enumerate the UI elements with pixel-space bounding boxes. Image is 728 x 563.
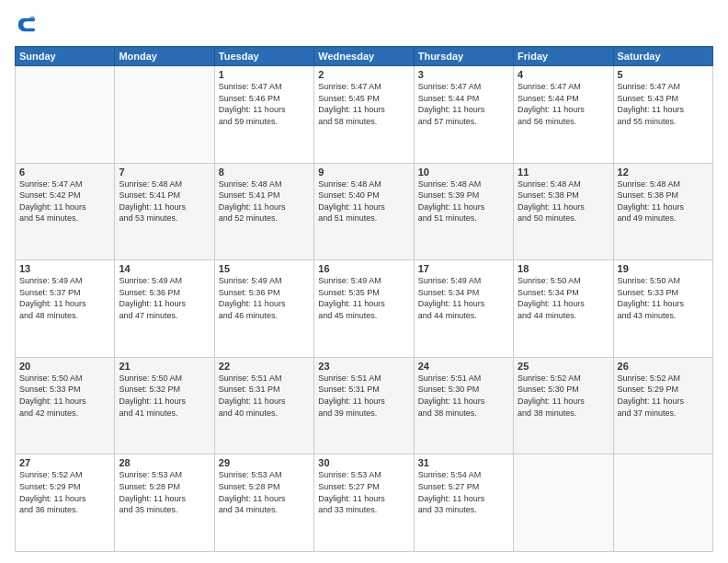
- calendar-cell: [16, 66, 115, 164]
- calendar-cell: 18Sunrise: 5:50 AM Sunset: 5:34 PM Dayli…: [514, 260, 613, 358]
- calendar-cell: 15Sunrise: 5:49 AM Sunset: 5:36 PM Dayli…: [214, 260, 313, 358]
- calendar-cell: 26Sunrise: 5:52 AM Sunset: 5:29 PM Dayli…: [613, 357, 712, 454]
- day-number: 6: [19, 167, 110, 178]
- calendar-cell: 30Sunrise: 5:53 AM Sunset: 5:27 PM Dayli…: [314, 454, 414, 552]
- day-number: 31: [418, 457, 509, 468]
- day-info: Sunrise: 5:47 AM Sunset: 5:44 PM Dayligh…: [518, 81, 609, 127]
- day-info: Sunrise: 5:51 AM Sunset: 5:31 PM Dayligh…: [318, 373, 409, 419]
- calendar-cell: 16Sunrise: 5:49 AM Sunset: 5:35 PM Dayli…: [314, 260, 414, 358]
- day-info: Sunrise: 5:48 AM Sunset: 5:41 PM Dayligh…: [219, 178, 310, 224]
- day-number: 10: [418, 167, 509, 178]
- day-info: Sunrise: 5:49 AM Sunset: 5:34 PM Dayligh…: [418, 275, 509, 321]
- calendar-cell: 19Sunrise: 5:50 AM Sunset: 5:33 PM Dayli…: [613, 260, 712, 358]
- day-number: 9: [318, 167, 409, 178]
- day-number: 7: [119, 167, 210, 178]
- calendar-cell: 25Sunrise: 5:52 AM Sunset: 5:30 PM Dayli…: [514, 357, 613, 454]
- calendar-cell: [115, 66, 214, 164]
- calendar-row-4: 27Sunrise: 5:52 AM Sunset: 5:29 PM Dayli…: [16, 454, 713, 552]
- day-number: 23: [318, 361, 409, 372]
- day-number: 19: [618, 263, 709, 274]
- day-number: 8: [219, 167, 310, 178]
- day-number: 14: [119, 263, 210, 274]
- day-number: 28: [119, 457, 210, 468]
- weekday-header-row: SundayMondayTuesdayWednesdayThursdayFrid…: [16, 47, 713, 66]
- day-info: Sunrise: 5:47 AM Sunset: 5:42 PM Dayligh…: [19, 178, 110, 224]
- day-info: Sunrise: 5:47 AM Sunset: 5:43 PM Dayligh…: [618, 81, 709, 127]
- calendar-cell: 27Sunrise: 5:52 AM Sunset: 5:29 PM Dayli…: [16, 454, 115, 552]
- weekday-header-sunday: Sunday: [16, 47, 115, 66]
- calendar-cell: 14Sunrise: 5:49 AM Sunset: 5:36 PM Dayli…: [115, 260, 214, 358]
- day-info: Sunrise: 5:47 AM Sunset: 5:44 PM Dayligh…: [418, 81, 509, 127]
- day-number: 21: [119, 361, 210, 372]
- day-number: 18: [518, 263, 609, 274]
- day-number: 11: [518, 167, 609, 178]
- day-info: Sunrise: 5:54 AM Sunset: 5:27 PM Dayligh…: [418, 469, 509, 515]
- day-number: 22: [219, 361, 310, 372]
- calendar-cell: 23Sunrise: 5:51 AM Sunset: 5:31 PM Dayli…: [314, 357, 414, 454]
- day-number: 12: [618, 167, 709, 178]
- day-info: Sunrise: 5:49 AM Sunset: 5:35 PM Dayligh…: [318, 275, 409, 321]
- logo: [15, 15, 40, 39]
- header: [15, 11, 713, 39]
- day-info: Sunrise: 5:52 AM Sunset: 5:30 PM Dayligh…: [518, 373, 609, 419]
- day-number: 20: [19, 361, 110, 372]
- calendar-table: SundayMondayTuesdayWednesdayThursdayFrid…: [15, 46, 713, 552]
- day-info: Sunrise: 5:53 AM Sunset: 5:27 PM Dayligh…: [318, 469, 409, 515]
- calendar-row-2: 13Sunrise: 5:49 AM Sunset: 5:37 PM Dayli…: [16, 260, 713, 358]
- page: SundayMondayTuesdayWednesdayThursdayFrid…: [0, 0, 728, 563]
- day-info: Sunrise: 5:47 AM Sunset: 5:46 PM Dayligh…: [219, 81, 310, 127]
- calendar-cell: 1Sunrise: 5:47 AM Sunset: 5:46 PM Daylig…: [214, 66, 313, 164]
- day-number: 3: [418, 69, 509, 80]
- day-info: Sunrise: 5:50 AM Sunset: 5:33 PM Dayligh…: [618, 275, 709, 321]
- day-number: 2: [318, 69, 409, 80]
- calendar-row-1: 6Sunrise: 5:47 AM Sunset: 5:42 PM Daylig…: [16, 163, 713, 260]
- calendar-cell: 17Sunrise: 5:49 AM Sunset: 5:34 PM Dayli…: [414, 260, 513, 358]
- weekday-header-thursday: Thursday: [414, 47, 513, 66]
- day-info: Sunrise: 5:49 AM Sunset: 5:37 PM Dayligh…: [19, 275, 110, 321]
- day-info: Sunrise: 5:50 AM Sunset: 5:34 PM Dayligh…: [518, 275, 609, 321]
- day-info: Sunrise: 5:48 AM Sunset: 5:41 PM Dayligh…: [119, 178, 210, 224]
- calendar-cell: 6Sunrise: 5:47 AM Sunset: 5:42 PM Daylig…: [16, 163, 115, 260]
- calendar-cell: 29Sunrise: 5:53 AM Sunset: 5:28 PM Dayli…: [214, 454, 313, 552]
- weekday-header-saturday: Saturday: [613, 47, 712, 66]
- day-number: 25: [518, 361, 609, 372]
- day-info: Sunrise: 5:50 AM Sunset: 5:32 PM Dayligh…: [119, 373, 210, 419]
- day-number: 15: [219, 263, 310, 274]
- calendar-cell: 5Sunrise: 5:47 AM Sunset: 5:43 PM Daylig…: [613, 66, 712, 164]
- weekday-header-monday: Monday: [115, 47, 214, 66]
- calendar-cell: 28Sunrise: 5:53 AM Sunset: 5:28 PM Dayli…: [115, 454, 214, 552]
- day-info: Sunrise: 5:48 AM Sunset: 5:40 PM Dayligh…: [318, 178, 409, 224]
- calendar-row-3: 20Sunrise: 5:50 AM Sunset: 5:33 PM Dayli…: [16, 357, 713, 454]
- day-info: Sunrise: 5:49 AM Sunset: 5:36 PM Dayligh…: [219, 275, 310, 321]
- day-info: Sunrise: 5:49 AM Sunset: 5:36 PM Dayligh…: [119, 275, 210, 321]
- calendar-cell: 2Sunrise: 5:47 AM Sunset: 5:45 PM Daylig…: [314, 66, 414, 164]
- calendar-cell: 22Sunrise: 5:51 AM Sunset: 5:31 PM Dayli…: [214, 357, 313, 454]
- day-info: Sunrise: 5:51 AM Sunset: 5:31 PM Dayligh…: [219, 373, 310, 419]
- day-number: 30: [318, 457, 409, 468]
- calendar-cell: 7Sunrise: 5:48 AM Sunset: 5:41 PM Daylig…: [115, 163, 214, 260]
- weekday-header-wednesday: Wednesday: [314, 47, 414, 66]
- day-info: Sunrise: 5:51 AM Sunset: 5:30 PM Dayligh…: [418, 373, 509, 419]
- day-number: 13: [19, 263, 110, 274]
- day-info: Sunrise: 5:48 AM Sunset: 5:38 PM Dayligh…: [518, 178, 609, 224]
- calendar-cell: 12Sunrise: 5:48 AM Sunset: 5:38 PM Dayli…: [613, 163, 712, 260]
- day-info: Sunrise: 5:48 AM Sunset: 5:39 PM Dayligh…: [418, 178, 509, 224]
- calendar-cell: 13Sunrise: 5:49 AM Sunset: 5:37 PM Dayli…: [16, 260, 115, 358]
- day-info: Sunrise: 5:48 AM Sunset: 5:38 PM Dayligh…: [618, 178, 709, 224]
- day-number: 24: [418, 361, 509, 372]
- day-number: 27: [19, 457, 110, 468]
- calendar-cell: 4Sunrise: 5:47 AM Sunset: 5:44 PM Daylig…: [514, 66, 613, 164]
- day-info: Sunrise: 5:52 AM Sunset: 5:29 PM Dayligh…: [19, 469, 110, 515]
- calendar-cell: 31Sunrise: 5:54 AM Sunset: 5:27 PM Dayli…: [414, 454, 513, 552]
- calendar-cell: 9Sunrise: 5:48 AM Sunset: 5:40 PM Daylig…: [314, 163, 414, 260]
- calendar-cell: [514, 454, 613, 552]
- calendar-row-0: 1Sunrise: 5:47 AM Sunset: 5:46 PM Daylig…: [16, 66, 713, 164]
- calendar-cell: 21Sunrise: 5:50 AM Sunset: 5:32 PM Dayli…: [115, 357, 214, 454]
- day-number: 1: [219, 69, 310, 80]
- day-info: Sunrise: 5:50 AM Sunset: 5:33 PM Dayligh…: [19, 373, 110, 419]
- day-number: 4: [518, 69, 609, 80]
- weekday-header-friday: Friday: [514, 47, 613, 66]
- calendar-cell: 11Sunrise: 5:48 AM Sunset: 5:38 PM Dayli…: [514, 163, 613, 260]
- day-info: Sunrise: 5:47 AM Sunset: 5:45 PM Dayligh…: [318, 81, 409, 127]
- weekday-header-tuesday: Tuesday: [214, 47, 313, 66]
